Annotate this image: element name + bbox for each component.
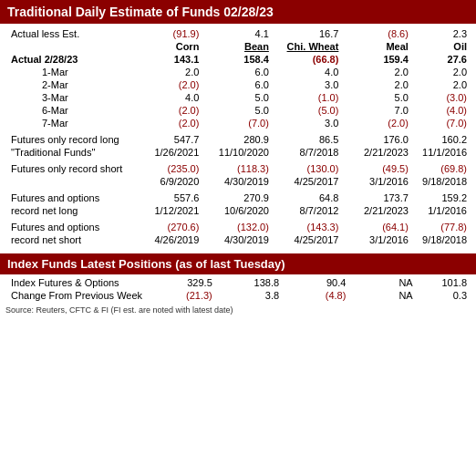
fl-v2: 280.9 [202,133,273,146]
fl-d1: 1/26/2021 [141,146,203,159]
fol-v5: 159.2 [412,191,471,204]
fo-short-row2: record net short 4/26/2019 4/30/2019 4/2… [5,233,471,246]
fol-d1: 1/12/2021 [141,204,203,217]
fo-long-label1: Futures and options [5,191,141,204]
fos-d1: 4/26/2019 [141,233,203,246]
daily-value: 5.0 [342,91,412,104]
daily-value: 5.0 [202,104,273,117]
fs-v2: (118.3) [202,162,273,175]
fs-d2: 4/30/2019 [202,175,273,188]
index-row-label: Index Futures & Options [5,276,157,289]
futures-long-label1: Futures only record long [5,133,141,146]
fol-v4: 173.7 [342,191,412,204]
fs-d4: 3/1/2016 [342,175,412,188]
futures-long-row1: Futures only record long 547.7 280.9 86.… [5,133,471,146]
fs-v3: (130.0) [273,162,343,175]
fol-d4: 2/21/2023 [342,204,412,217]
fos-d5: 9/18/2018 [412,233,471,246]
daily-value: (2.0) [141,104,203,117]
index-row-value: (4.8) [283,289,349,302]
fo-long-label2: record net long [5,204,141,217]
daily-value: (3.0) [412,91,471,104]
fl-v5: 160.2 [412,133,471,146]
index-row-value: 0.3 [417,289,471,302]
actual-corn: 143.1 [141,53,203,66]
fs-d1: 6/9/2020 [141,175,203,188]
index-row-value: NA [349,276,416,289]
fs-d3: 4/25/2017 [273,175,343,188]
fos-v5: (77.8) [412,221,471,233]
futures-long-label2: "Traditional Funds" [5,146,141,159]
actual-bean: 158.4 [202,53,273,66]
daily-value: 2.0 [412,78,471,91]
daily-date: 2-Mar [5,78,141,91]
daily-date: 1-Mar [5,66,141,78]
futures-short-row2: 6/9/2020 4/30/2019 4/25/2017 3/1/2016 9/… [5,175,471,188]
daily-value: 2.0 [342,66,412,78]
fos-d4: 3/1/2016 [342,233,412,246]
daily-value: 6.0 [202,78,273,91]
col-header-wheat: Chi. Wheat [273,40,343,53]
col-header-oil: Oil [412,40,471,53]
col-header-corn: Corn [141,40,203,53]
fl-d3: 8/7/2018 [273,146,343,159]
neg-value-meal: (8.6) [342,27,412,40]
index-row: Index Futures & Options329.5138.890.4NA1… [5,276,471,289]
index-row-value: 3.8 [216,289,283,302]
neg-value-oil: 2.3 [412,27,471,40]
header-title: Traditional Daily Estimate of Funds 02/2… [7,5,274,19]
daily-value: 2.0 [412,66,471,78]
daily-value: (1.0) [273,91,343,104]
daily-value: (4.0) [412,104,471,117]
fs-v1: (235.0) [141,162,203,175]
daily-value: (2.0) [141,78,203,91]
fos-d3: 4/25/2017 [273,233,343,246]
daily-row: 2-Mar(2.0)6.03.02.02.0 [5,78,471,91]
actual-meal: 159.4 [342,53,412,66]
fo-long-row1: Futures and options 557.6 270.9 64.8 173… [5,191,471,204]
daily-row: 7-Mar(2.0)(7.0)3.0(2.0)(7.0) [5,117,471,129]
daily-value: 3.0 [273,117,343,129]
daily-row: 3-Mar4.05.0(1.0)5.0(3.0) [5,91,471,104]
fl-v1: 547.7 [141,133,203,146]
daily-value: (2.0) [342,117,412,129]
futures-short-row1: Futures only record short (235.0) (118.3… [5,162,471,175]
daily-row: 1-Mar2.06.04.02.02.0 [5,66,471,78]
daily-value: 4.0 [141,91,203,104]
actual-oil: 27.6 [412,53,471,66]
daily-value: (5.0) [273,104,343,117]
daily-value: (7.0) [202,117,273,129]
daily-value: 7.0 [342,104,412,117]
fos-v4: (64.1) [342,221,412,233]
daily-date: 7-Mar [5,117,141,129]
neg-value-bean: 4.1 [202,27,273,40]
fol-v3: 64.8 [273,191,343,204]
fo-short-label1: Futures and options [5,221,141,233]
fos-v2: (132.0) [202,221,273,233]
fs-v4: (49.5) [342,162,412,175]
index-row-value: 101.8 [417,276,471,289]
fo-short-row1: Futures and options (270.6) (132.0) (143… [5,221,471,233]
daily-row: 6-Mar(2.0)5.0(5.0)7.0(4.0) [5,104,471,117]
index-header: Index Funds Latest Positions (as of last… [0,253,476,274]
daily-date: 6-Mar [5,104,141,117]
daily-value: 6.0 [202,66,273,78]
index-row-value: 138.8 [216,276,283,289]
col-header-meal: Meal [342,40,412,53]
index-row-value: NA [349,289,416,302]
fol-d2: 10/6/2020 [202,204,273,217]
index-row-value: 329.5 [157,276,216,289]
daily-value: (7.0) [412,117,471,129]
index-row-label: Change From Previous Week [5,289,157,302]
daily-value: 2.0 [342,78,412,91]
daily-date: 3-Mar [5,91,141,104]
index-row: Change From Previous Week(21.3)3.8(4.8)N… [5,289,471,302]
actual-less-est-label: Actual less Est. [5,27,141,40]
fos-v3: (143.3) [273,221,343,233]
daily-value: 5.0 [202,91,273,104]
fos-v1: (270.6) [141,221,203,233]
fol-d3: 8/7/2012 [273,204,343,217]
fl-v4: 176.0 [342,133,412,146]
daily-value: 4.0 [273,66,343,78]
fs-v5: (69.8) [412,162,471,175]
